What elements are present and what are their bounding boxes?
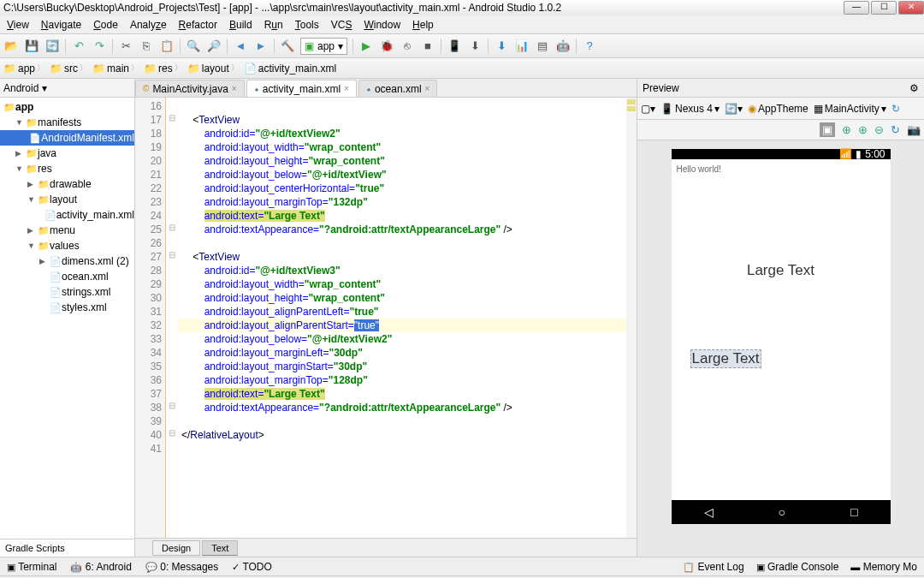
- save-icon[interactable]: 💾: [24, 39, 39, 54]
- capture-icon[interactable]: 📷: [907, 123, 921, 136]
- activity-combo[interactable]: ▦MainActivity▾: [814, 103, 886, 115]
- stop-icon[interactable]: ■: [420, 39, 435, 54]
- tree-item[interactable]: ▼📁manifests: [0, 115, 134, 130]
- tree-item[interactable]: ▼📁layout: [0, 192, 134, 207]
- sync-icon[interactable]: 🔄: [44, 39, 60, 54]
- tree-toggle-icon[interactable]: ▼: [27, 195, 38, 204]
- select-icon[interactable]: ▣: [820, 122, 835, 137]
- tree-item[interactable]: 📄activity_main.xml: [0, 207, 134, 223]
- breadcrumb-item[interactable]: 📄activity_main.xml: [244, 63, 336, 74]
- tree-item[interactable]: ▶📁java: [0, 146, 134, 161]
- refresh-icon[interactable]: ↻: [891, 103, 900, 115]
- zoom-out-icon[interactable]: ⊖: [874, 123, 884, 136]
- tree-item[interactable]: 📄styles.xml: [0, 300, 134, 315]
- paste-icon[interactable]: 📋: [159, 39, 175, 54]
- editor[interactable]: 1617181920212223242526272829303132333435…: [135, 98, 637, 538]
- breadcrumb-item[interactable]: 📁src〉: [50, 63, 87, 74]
- warning-marker[interactable]: [627, 106, 636, 111]
- back-icon[interactable]: ◄: [233, 39, 248, 54]
- tree-toggle-icon[interactable]: ▼: [27, 241, 38, 250]
- menu-navigate[interactable]: Navigate: [41, 19, 81, 31]
- adb-icon[interactable]: ▤: [535, 39, 550, 54]
- tree-root[interactable]: 📁 app: [0, 99, 134, 115]
- menu-view[interactable]: View: [7, 19, 29, 31]
- debug-icon[interactable]: 🐞: [379, 39, 394, 54]
- tree-toggle-icon[interactable]: ▼: [15, 164, 26, 173]
- attach-icon[interactable]: ⎋: [400, 39, 415, 54]
- find-icon[interactable]: 🔍: [186, 39, 201, 54]
- back-nav-icon[interactable]: ◁: [704, 505, 714, 519]
- close-button[interactable]: ✕: [898, 1, 924, 15]
- help-icon[interactable]: ?: [582, 39, 597, 54]
- menu-analyze[interactable]: Analyze: [130, 19, 167, 31]
- android-tab[interactable]: 🤖 6: Android: [70, 561, 131, 573]
- close-icon[interactable]: ×: [425, 84, 430, 93]
- home-nav-icon[interactable]: ○: [779, 505, 785, 519]
- gradle-scripts[interactable]: Gradle Scripts: [0, 539, 134, 557]
- minimize-button[interactable]: —: [844, 1, 869, 15]
- make-icon[interactable]: 🔨: [280, 39, 295, 54]
- ddms-icon[interactable]: ⬇: [494, 39, 509, 54]
- menu-help[interactable]: Help: [412, 19, 434, 31]
- fold-column[interactable]: ⊟⊟⊟⊟⊟: [166, 98, 178, 538]
- tree-toggle-icon[interactable]: ▶: [27, 226, 38, 235]
- tab-design[interactable]: Design: [152, 540, 200, 556]
- orientation-selector[interactable]: 🔄▾: [725, 103, 743, 115]
- messages-tab[interactable]: 💬 0: Messages: [145, 561, 218, 573]
- gradle-console-tab[interactable]: ▣ Gradle Console: [756, 561, 839, 573]
- menu-build[interactable]: Build: [229, 19, 252, 31]
- tree-toggle-icon[interactable]: ▼: [15, 118, 26, 127]
- tree-toggle-icon[interactable]: ▶: [39, 257, 50, 265]
- breadcrumb-item[interactable]: 📁layout〉: [187, 63, 239, 74]
- tree-toggle-icon[interactable]: ▶: [15, 149, 26, 158]
- marker-strip[interactable]: [626, 98, 637, 538]
- open-icon[interactable]: 📂: [3, 39, 19, 54]
- forward-icon[interactable]: ►: [253, 39, 269, 54]
- menu-code[interactable]: Code: [93, 19, 118, 31]
- run-config-combo[interactable]: ▣ app ▾: [300, 38, 347, 55]
- copy-icon[interactable]: ⎘: [139, 39, 154, 54]
- tree-item[interactable]: ▼📁res: [0, 161, 134, 176]
- sdk-icon[interactable]: ⬇: [467, 39, 483, 54]
- sidebar-header[interactable]: Android ▾: [0, 79, 134, 98]
- breadcrumb-item[interactable]: 📁res〉: [144, 63, 182, 74]
- tree-item[interactable]: 📄ocean.xml: [0, 269, 134, 284]
- tree-item[interactable]: ▶📁menu: [0, 223, 134, 238]
- editor-tab[interactable]: ⬥ocean.xml×: [358, 80, 438, 97]
- menu-window[interactable]: Window: [364, 19, 400, 31]
- terminal-tab[interactable]: ▣ Terminal: [7, 561, 56, 573]
- breadcrumb-item[interactable]: 📁main〉: [92, 63, 139, 74]
- recent-nav-icon[interactable]: □: [850, 505, 857, 519]
- avd-icon[interactable]: 📱: [447, 39, 462, 54]
- menu-run[interactable]: Run: [264, 19, 283, 31]
- event-log-tab[interactable]: 📋 Event Log: [683, 561, 743, 573]
- monitor-icon[interactable]: 📊: [514, 39, 530, 54]
- device-combo[interactable]: 📱Nexus 4▾: [660, 103, 720, 115]
- tree-item[interactable]: ▶📁drawable: [0, 176, 134, 192]
- zoom-fit-icon[interactable]: ⊕: [842, 123, 851, 136]
- code-area[interactable]: <TextView android:id="@+id/textView2" an…: [178, 98, 626, 538]
- tree-toggle-icon[interactable]: ▶: [27, 180, 38, 188]
- cut-icon[interactable]: ✂: [118, 39, 133, 54]
- tab-text[interactable]: Text: [202, 540, 238, 556]
- tree-item[interactable]: ▶📄dimens.xml (2): [0, 253, 134, 269]
- close-icon[interactable]: ×: [344, 84, 349, 93]
- warning-marker[interactable]: [627, 99, 636, 104]
- theme-combo[interactable]: ◉AppTheme: [748, 103, 808, 115]
- large-text-2[interactable]: Large Text: [690, 349, 761, 368]
- refresh-preview-icon[interactable]: ↻: [891, 123, 900, 136]
- tree-item[interactable]: ▼📁values: [0, 238, 134, 253]
- close-icon[interactable]: ×: [232, 84, 237, 93]
- breadcrumb-item[interactable]: 📁app〉: [3, 63, 44, 74]
- android-robot-icon[interactable]: 🤖: [555, 39, 571, 54]
- gear-icon[interactable]: ⚙: [909, 82, 919, 94]
- todo-tab[interactable]: ✓ TODO: [232, 561, 272, 573]
- menu-tools[interactable]: Tools: [295, 19, 319, 31]
- menu-refactor[interactable]: Refactor: [179, 19, 217, 31]
- replace-icon[interactable]: 🔎: [206, 39, 222, 54]
- run-icon[interactable]: ▶: [358, 39, 374, 54]
- zoom-in-icon[interactable]: ⊕: [858, 123, 868, 136]
- editor-tab[interactable]: ©MainActivity.java×: [135, 80, 245, 97]
- device-selector[interactable]: ▢▾: [641, 103, 655, 115]
- undo-icon[interactable]: ↶: [71, 39, 86, 54]
